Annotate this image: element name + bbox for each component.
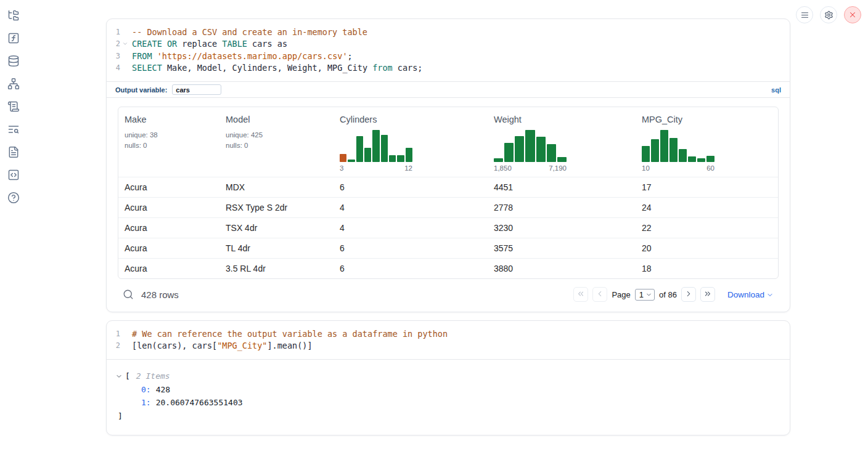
page-total-label: of 86 — [659, 290, 677, 299]
table-cell: 22 — [636, 218, 778, 238]
column-header-make[interactable]: Makeunique: 38nulls: 0 — [118, 107, 219, 177]
table-cell: 4451 — [488, 177, 636, 197]
help-icon[interactable] — [7, 191, 20, 204]
data-table: Makeunique: 38nulls: 0Modelunique: 425nu… — [118, 107, 779, 279]
histogram-bar — [536, 137, 546, 162]
page-number-select[interactable]: 1 — [635, 289, 655, 301]
column-header-weight[interactable]: Weight1,8507,190 — [488, 107, 636, 177]
column-histogram[interactable]: 1,8507,190 — [494, 130, 567, 172]
column-histogram[interactable]: 312 — [340, 130, 412, 172]
output-entry-key: 0: — [141, 385, 151, 394]
column-stat: unique: 38 — [125, 130, 213, 140]
documentation-icon[interactable] — [7, 168, 20, 182]
dependencies-icon[interactable] — [7, 77, 20, 91]
next-page-button[interactable] — [681, 287, 696, 302]
column-header-model[interactable]: Modelunique: 425nulls: 0 — [219, 107, 334, 177]
prev-page-button[interactable] — [592, 287, 607, 302]
logs-icon[interactable] — [7, 100, 20, 113]
histogram-bar — [679, 149, 687, 162]
last-page-button[interactable] — [700, 287, 715, 302]
settings-button[interactable] — [820, 6, 837, 23]
table-cell: 17 — [636, 177, 778, 197]
table-row[interactable]: AcuraTL 4dr6357520 — [118, 238, 778, 258]
table-cell: 20 — [636, 238, 778, 258]
column-name: Make — [125, 115, 213, 124]
column-header-mpg_city[interactable]: MPG_City1060 — [636, 107, 778, 177]
histogram-bars — [642, 130, 714, 162]
histogram-bar — [525, 130, 534, 162]
output-entry-value: 428 — [156, 385, 170, 394]
histogram-max-label: 7,190 — [549, 164, 567, 172]
chevron-right-icon — [684, 289, 693, 300]
histogram-bar — [688, 156, 696, 162]
table-cell: 2778 — [488, 198, 636, 217]
output-entry-key: 1: — [141, 398, 151, 407]
table-footer: 428 rows Page 1 of 86 Download — [118, 279, 779, 312]
shutdown-button[interactable] — [844, 6, 861, 23]
column-histogram[interactable]: 1060 — [642, 130, 714, 172]
column-name: Weight — [494, 115, 629, 124]
column-name: Cylinders — [340, 115, 481, 124]
collapse-chevron-icon[interactable] — [115, 373, 125, 380]
column-name: MPG_City — [642, 115, 772, 124]
snippets-icon[interactable] — [7, 145, 20, 159]
histogram-max-label: 60 — [706, 164, 714, 172]
output-list-header: [2 Items — [115, 370, 781, 383]
first-page-button[interactable] — [573, 287, 588, 302]
table-cell: 3575 — [488, 238, 636, 258]
histogram-bar — [364, 148, 371, 162]
table-cell: MDX — [219, 177, 334, 197]
code-line: 3FROM 'https://datasets.marimo.app/cars.… — [107, 50, 790, 62]
column-stat: nulls: 0 — [226, 140, 327, 151]
histogram-min-label: 1,850 — [494, 164, 512, 172]
page-label: Page — [612, 290, 630, 299]
datasources-icon[interactable] — [7, 54, 20, 68]
table-cell: Acura — [118, 259, 219, 278]
top-right-controls — [796, 6, 861, 23]
code-line: 1-- Download a CSV and create an in-memo… — [107, 26, 790, 38]
table-row[interactable]: Acura3.5 RL 4dr6388018 — [118, 258, 778, 278]
table-cell: Acura — [118, 218, 219, 238]
code-text: -- Download a CSV and create an in-memor… — [129, 27, 367, 37]
line-number: 4 — [107, 63, 120, 72]
table-cell: TSX 4dr — [219, 218, 334, 238]
table-row[interactable]: AcuraTSX 4dr4323022 — [118, 217, 778, 238]
chevron-down-icon — [766, 291, 774, 299]
line-number: 2 — [107, 341, 120, 350]
histogram-bar — [406, 148, 412, 162]
histogram-bar — [642, 146, 650, 162]
file-explorer-icon[interactable] — [7, 9, 20, 22]
histogram-bar — [348, 160, 354, 162]
download-button[interactable]: Download — [727, 290, 774, 299]
table-row[interactable]: AcuraMDX6445117 — [118, 177, 778, 197]
gear-icon — [824, 10, 833, 20]
table-cell: 3230 — [488, 218, 636, 238]
table-cell: 6 — [334, 238, 488, 258]
code-text: CREATE OR replace TABLE cars as — [129, 39, 287, 49]
output-close-bracket: ] — [115, 410, 781, 423]
code-text: SELECT Make, Model, Cylinders, Weight, M… — [129, 63, 422, 73]
sql-code-editor[interactable]: 1-- Download a CSV and create an in-memo… — [107, 19, 790, 81]
python-cell: 1# We can reference the output variable … — [106, 320, 790, 435]
line-number: 1 — [107, 330, 120, 338]
search-icon[interactable] — [123, 289, 134, 300]
python-code-editor[interactable]: 1# We can reference the output variable … — [107, 321, 790, 359]
table-row[interactable]: AcuraRSX Type S 2dr4277824 — [118, 197, 778, 217]
scratchpad-icon[interactable] — [7, 31, 20, 45]
output-variable-row: Output variable: sql — [107, 81, 790, 98]
chevron-down-icon — [645, 291, 652, 298]
close-icon — [848, 10, 857, 19]
table-cell: 6 — [334, 177, 488, 197]
output-variable-input[interactable] — [172, 84, 221, 95]
notebook-menu-button[interactable] — [796, 6, 813, 23]
table-cell: 3.5 RL 4dr — [219, 259, 334, 278]
code-line: 1# We can reference the output variable … — [107, 328, 790, 340]
fold-chevron-icon[interactable] — [120, 41, 129, 47]
histogram-bar — [669, 138, 678, 162]
items-count-label: 2 Items — [136, 371, 170, 381]
column-header-cylinders[interactable]: Cylinders312 — [334, 107, 488, 177]
variables-icon[interactable] — [7, 123, 20, 136]
output-entry-value: 20.060747663551403 — [156, 398, 243, 407]
output-open-bracket: [ — [125, 371, 130, 381]
menu-icon — [800, 10, 809, 20]
